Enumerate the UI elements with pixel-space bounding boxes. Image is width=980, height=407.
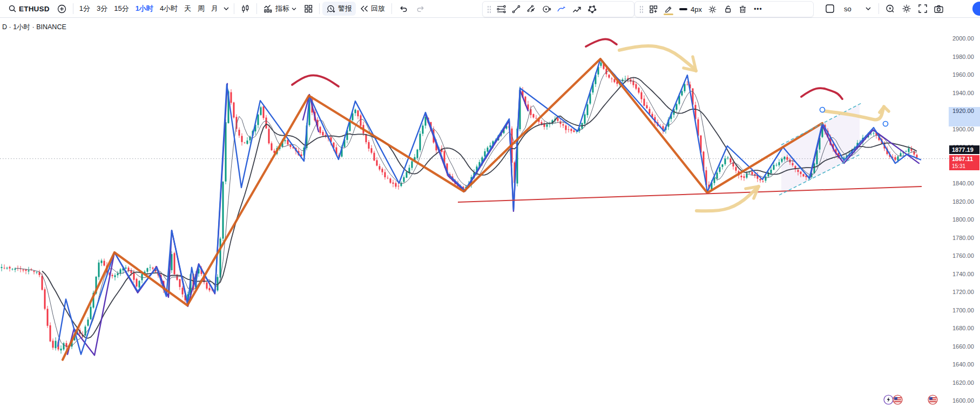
chevron-down-icon: [292, 7, 296, 11]
delete-drawing-button[interactable]: [735, 2, 751, 16]
red-arc-drawing: [586, 39, 617, 46]
layout-name: so: [844, 5, 851, 13]
unlock-button[interactable]: [720, 2, 735, 16]
interval-button-1分[interactable]: 1分: [76, 2, 93, 16]
more-options-button[interactable]: •••: [751, 2, 766, 16]
candlestick-icon: [241, 4, 250, 14]
thickness-bar-icon: [679, 8, 687, 10]
plus-circle-icon: [57, 4, 66, 14]
chart-settings-button[interactable]: [899, 2, 914, 16]
interval-button-15分[interactable]: 15分: [111, 2, 132, 16]
interval-dropdown-button[interactable]: [221, 2, 231, 16]
drawing-anchor-point: [820, 108, 825, 112]
toolbar-divider: [878, 3, 879, 14]
compare-add-symbol-button[interactable]: [53, 2, 70, 16]
top-toolbar: ETHUSD 1分3分15分1小时4小时天周月: [0, 0, 980, 18]
toolbar-divider: [256, 3, 257, 14]
horizontal-lines-tool[interactable]: [494, 2, 509, 16]
bar-countdown: 15:31: [952, 163, 979, 170]
price-axis-label: 2000.00: [952, 35, 974, 42]
drag-handle-icon[interactable]: [487, 5, 491, 13]
price-axis-label: 1820.00: [952, 198, 974, 205]
chart-legend[interactable]: D · 1小时 · BINANCE: [2, 23, 66, 32]
interval-button-月[interactable]: 月: [208, 2, 221, 16]
tradingview-window: ETHUSD 1分3分15分1小时4小时天周月: [0, 0, 980, 407]
drag-handle-icon[interactable]: [639, 5, 644, 13]
drawing-color-pencil-button[interactable]: [661, 2, 676, 16]
search-icon: [8, 4, 17, 13]
favorites-drawing-toolbar: [482, 1, 634, 17]
layout-add-icon[interactable]: [646, 2, 661, 16]
price-axis-label: 1800.00: [952, 216, 974, 223]
price-axis-label: 1680.00: [952, 325, 974, 331]
rewind-icon: [360, 5, 369, 12]
interval-button-周[interactable]: 周: [194, 2, 208, 16]
chart-style-button[interactable]: [237, 2, 254, 16]
price-axis-label: 1740.00: [952, 271, 974, 277]
parallel-channel-tool[interactable]: [524, 2, 539, 16]
symbol-name: ETHUSD: [19, 5, 50, 13]
indicators-button[interactable]: 指标: [260, 2, 300, 16]
price-axis-label: 1720.00: [952, 289, 974, 295]
yellow-arrowhead: [884, 106, 889, 111]
price-axis-label: 1700.00: [952, 307, 974, 313]
symbol-search-button[interactable]: ETHUSD: [4, 2, 53, 16]
zigzag-arrow-tool[interactable]: [569, 2, 584, 16]
last-price-label: 1867.11 15:31: [949, 155, 979, 170]
replay-button[interactable]: 回放: [356, 2, 389, 16]
drawing-settings-button[interactable]: [705, 2, 720, 16]
undo-button[interactable]: [395, 2, 412, 16]
drawing-edit-toolbar: 4px •••: [634, 1, 814, 17]
interval-button-天[interactable]: 天: [181, 2, 194, 16]
price-axis-label: 1900.00: [952, 126, 974, 132]
price-axis-label: 1960.00: [952, 71, 974, 78]
save-layout-square-icon[interactable]: [821, 2, 839, 16]
more-dots-icon: •••: [754, 5, 762, 13]
red-arc-drawing: [801, 88, 842, 99]
interval-button-1小时[interactable]: 1小时: [132, 2, 157, 16]
price-axis-label: 1660.00: [952, 343, 974, 350]
toolbar-divider: [391, 3, 392, 14]
publish-button[interactable]: [972, 2, 980, 16]
moving-average-line: [15, 71, 917, 346]
brush-tool-active[interactable]: [554, 2, 569, 16]
line-thickness-button[interactable]: 4px: [676, 5, 705, 14]
price-axis-label: 1840.00: [952, 180, 974, 186]
chevron-down-icon: [866, 6, 871, 11]
fullscreen-button[interactable]: [915, 2, 930, 16]
alert-button[interactable]: 警报: [322, 2, 356, 16]
toolbar-divider: [319, 3, 320, 14]
grid-layout-button[interactable]: [300, 2, 316, 16]
price-axis-label: 1600.00: [952, 397, 974, 404]
selected-color-swatch: [664, 14, 673, 15]
us-flag-event-icon[interactable]: [928, 395, 938, 405]
trend-line-tool[interactable]: [509, 2, 524, 16]
quick-search-flash-button[interactable]: [883, 2, 898, 16]
toolbar-right-group: so: [821, 0, 947, 17]
polygon-tool[interactable]: [584, 2, 599, 16]
red-arc-drawing: [292, 75, 339, 86]
interval-button-3分[interactable]: 3分: [93, 2, 111, 16]
price-axis-label: 1620.00: [952, 379, 974, 386]
red-support-trendline: [458, 186, 922, 202]
price-chart-canvas[interactable]: [0, 0, 980, 407]
thickness-label: 4px: [691, 5, 702, 14]
interval-button-4小时[interactable]: 4小时: [157, 2, 181, 16]
snapshot-camera-button[interactable]: [931, 2, 947, 16]
price-axis-label: 1640.00: [952, 361, 974, 368]
blue-zigzag-drawing: [58, 59, 921, 355]
grid-layout-icon: [304, 4, 313, 13]
indicator-price-label: 1877.19: [949, 145, 979, 154]
orange-zigzag-drawing: [63, 59, 822, 360]
alert-label: 警报: [338, 4, 352, 14]
price-axis-label: 1780.00: [952, 235, 974, 241]
layout-name-button[interactable]: so: [840, 2, 875, 16]
us-flag-event-icon[interactable]: [893, 395, 903, 405]
chart-area[interactable]: D · 1小时 · BINANCE 2000.001980.001960.001…: [0, 17, 980, 407]
price-axis-label: 1940.00: [952, 90, 974, 96]
redo-button[interactable]: [412, 2, 429, 16]
indicators-icon: [263, 4, 273, 13]
ellipse-tool[interactable]: [539, 2, 554, 16]
moving-average-line: [42, 77, 917, 338]
drawing-anchor-point: [883, 122, 888, 126]
